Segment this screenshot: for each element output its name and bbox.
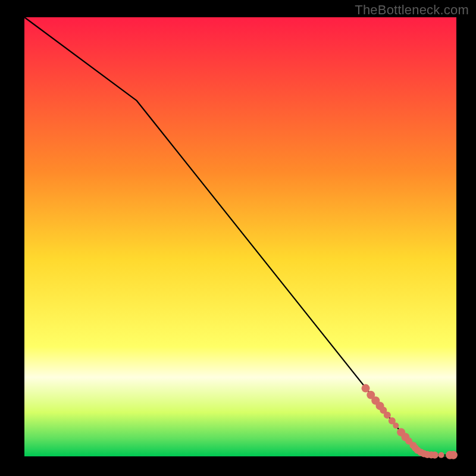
chart-canvas — [0, 0, 476, 476]
watermark-text: TheBottleneck.com — [355, 2, 469, 18]
data-marker — [439, 452, 444, 458]
data-marker — [362, 384, 370, 393]
data-marker — [431, 452, 439, 459]
data-marker — [393, 422, 399, 428]
data-marker — [384, 412, 391, 419]
data-marker — [449, 451, 458, 459]
plot-background — [24, 17, 456, 456]
chart-frame: TheBottleneck.com — [0, 0, 476, 476]
